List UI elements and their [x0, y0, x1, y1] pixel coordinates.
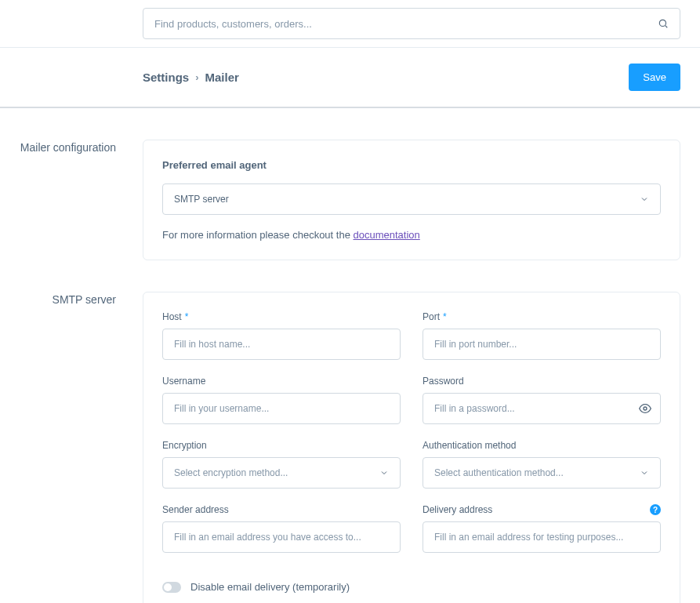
- chevron-down-icon: [640, 468, 649, 478]
- auth-label: Authentication method: [423, 440, 516, 451]
- card-smtp: Host* Port* Username Password Encryption…: [143, 292, 680, 603]
- field-delivery: Delivery address ?: [423, 504, 661, 553]
- password-input[interactable]: [423, 393, 661, 424]
- section-mailer-config: Mailer configuration Preferred email age…: [0, 108, 700, 260]
- field-password: Password: [423, 376, 661, 424]
- top-bar: [0, 0, 700, 47]
- section-title: Mailer configuration: [0, 140, 143, 154]
- host-input[interactable]: [162, 329, 401, 360]
- field-encryption: Encryption Select encryption method...: [162, 440, 401, 489]
- agent-select[interactable]: SMTP server: [162, 183, 661, 215]
- svg-point-0: [659, 20, 666, 26]
- breadcrumb-parent[interactable]: Settings: [143, 71, 189, 84]
- eye-icon[interactable]: [639, 402, 651, 415]
- agent-label: Preferred email agent: [162, 159, 661, 171]
- port-label: Port: [423, 311, 440, 322]
- encryption-placeholder: Select encryption method...: [174, 467, 288, 478]
- search-input[interactable]: [154, 18, 658, 30]
- page-header: Settings › Mailer Save: [143, 48, 680, 107]
- username-label: Username: [162, 376, 205, 387]
- disable-delivery-toggle[interactable]: [162, 582, 181, 593]
- helper-prefix: For more information please checkout the: [162, 229, 354, 241]
- encryption-select[interactable]: Select encryption method...: [162, 457, 401, 489]
- host-label: Host: [162, 311, 182, 322]
- search-icon: [658, 18, 669, 29]
- agent-select-value: SMTP server: [174, 194, 229, 205]
- helper-text: For more information please checkout the…: [162, 229, 661, 241]
- disable-delivery-label: Disable email delivery (temporarily): [190, 581, 350, 593]
- svg-line-1: [666, 26, 668, 28]
- field-host: Host*: [162, 311, 401, 360]
- field-username: Username: [162, 376, 401, 424]
- card-mailer-config: Preferred email agent SMTP server For mo…: [143, 140, 680, 260]
- chevron-down-icon: [640, 194, 649, 204]
- username-input[interactable]: [162, 393, 401, 424]
- field-sender: Sender address: [162, 504, 401, 553]
- chevron-right-icon: ›: [195, 71, 198, 83]
- section-title: SMTP server: [0, 292, 143, 306]
- breadcrumb-current: Mailer: [205, 71, 239, 84]
- svg-point-2: [644, 407, 647, 410]
- required-indicator: *: [443, 311, 447, 322]
- auth-select[interactable]: Select authentication method...: [423, 457, 661, 489]
- port-input[interactable]: [423, 329, 661, 360]
- delivery-input[interactable]: [423, 521, 661, 553]
- encryption-label: Encryption: [162, 440, 207, 451]
- sender-input[interactable]: [162, 521, 401, 553]
- required-indicator: *: [185, 311, 189, 322]
- password-label: Password: [423, 376, 464, 387]
- documentation-link[interactable]: documentation: [354, 229, 420, 241]
- delivery-label: Delivery address: [423, 504, 492, 515]
- field-auth: Authentication method Select authenticat…: [423, 440, 661, 489]
- sender-label: Sender address: [162, 504, 229, 515]
- auth-placeholder: Select authentication method...: [434, 467, 564, 478]
- help-icon[interactable]: ?: [650, 504, 661, 515]
- field-port: Port*: [423, 311, 661, 360]
- chevron-down-icon: [379, 468, 389, 478]
- save-button[interactable]: Save: [629, 64, 680, 91]
- section-smtp: SMTP server Host* Port* Username Passwor…: [0, 260, 700, 603]
- disable-delivery-row: Disable email delivery (temporarily): [162, 581, 661, 593]
- breadcrumb: Settings › Mailer: [143, 71, 239, 84]
- global-search[interactable]: [143, 8, 680, 39]
